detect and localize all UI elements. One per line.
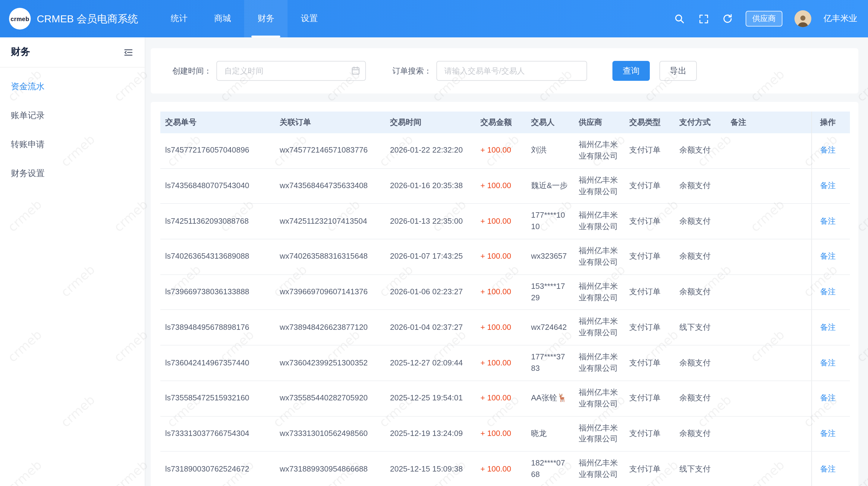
cell-time: 2026-01-22 22:32:20 <box>385 133 475 168</box>
cell-actions: 备注 <box>811 310 850 345</box>
col-pay-method: 支付方式 <box>675 112 726 133</box>
cell-supplier: 福州亿丰米业有限公司 <box>574 451 624 486</box>
app-title: CRMEB 会员电商系统 <box>37 12 138 26</box>
transactions-table-card: 交易单号 关联订单 交易时间 交易金额 交易人 供应商 交易类型 支付方式 备注… <box>151 102 858 486</box>
cell-remark <box>726 204 811 239</box>
search-icon[interactable] <box>673 13 685 25</box>
top-nav-item-mall[interactable]: 商城 <box>201 0 244 37</box>
remark-link[interactable]: 备注 <box>820 464 836 473</box>
sidebar-item-transfer-request[interactable]: 转账申请 <box>0 130 145 159</box>
table-row: ls739669738036133888 wx73966970960714137… <box>160 275 850 310</box>
cell-time: 2025-12-15 15:09:38 <box>385 451 475 486</box>
sidebar-item-capital-flow[interactable]: 资金流水 <box>0 72 145 101</box>
cell-type: 支付订单 <box>624 451 675 486</box>
refresh-icon[interactable] <box>721 13 734 25</box>
cell-trader: 177****1010 <box>526 204 574 239</box>
cell-related-order: wx743568464735633408 <box>275 168 385 204</box>
menu-fold-icon[interactable] <box>123 47 134 58</box>
cell-remark <box>726 133 811 168</box>
cell-actions: 备注 <box>811 381 850 416</box>
col-type: 交易类型 <box>624 112 675 133</box>
top-nav-item-settings[interactable]: 设置 <box>287 0 331 37</box>
cell-actions: 备注 <box>811 133 850 168</box>
cell-actions: 备注 <box>811 204 850 239</box>
cell-pay-method: 余额支付 <box>675 381 726 416</box>
remark-link[interactable]: 备注 <box>820 287 836 296</box>
col-order-no: 交易单号 <box>160 112 275 133</box>
cell-type: 支付订单 <box>624 416 675 451</box>
cell-remark <box>726 381 811 416</box>
cell-supplier: 福州亿丰米业有限公司 <box>574 204 624 239</box>
cell-pay-method: 余额支付 <box>675 204 726 239</box>
cell-related-order: wx739669709607141376 <box>275 275 385 310</box>
app-logo: crmeb <box>9 8 31 30</box>
username[interactable]: 亿丰米业 <box>824 13 857 24</box>
remark-link[interactable]: 备注 <box>820 146 836 155</box>
cell-amount: + 100.00 <box>475 310 526 345</box>
cell-actions: 备注 <box>811 451 850 486</box>
remark-link[interactable]: 备注 <box>820 393 836 402</box>
remark-link[interactable]: 备注 <box>820 252 836 261</box>
cell-time: 2026-01-06 02:23:27 <box>385 275 475 310</box>
table-row: ls733313037766754304 wx73331301056249856… <box>160 416 850 451</box>
cell-amount: + 100.00 <box>475 133 526 168</box>
cell-trader: 177****3783 <box>526 345 574 381</box>
cell-trader: wx724642 <box>526 310 574 345</box>
cell-order-no: ls731890030762524672 <box>160 451 275 486</box>
cell-amount: + 100.00 <box>475 345 526 381</box>
col-remark: 备注 <box>726 112 811 133</box>
header-right: 供应商 亿丰米业 <box>673 10 868 27</box>
cell-remark <box>726 310 811 345</box>
export-button[interactable]: 导出 <box>659 61 697 81</box>
cell-remark <box>726 416 811 451</box>
remark-link[interactable]: 备注 <box>820 358 836 367</box>
table-row: ls740263654313689088 wx74026358831631564… <box>160 239 850 274</box>
order-search-input[interactable] <box>436 61 587 81</box>
cell-time: 2025-12-19 13:24:09 <box>385 416 475 451</box>
table-body: ls745772176057040896 wx74577214657108377… <box>160 133 850 486</box>
create-time-date-input[interactable] <box>216 61 366 81</box>
cell-related-order: wx735585440282705920 <box>275 381 385 416</box>
sidebar-item-finance-settings[interactable]: 财务设置 <box>0 159 145 188</box>
cell-order-no: ls745772176057040896 <box>160 133 275 168</box>
col-actions: 操作 <box>811 112 850 133</box>
sidebar: 财务 资金流水 账单记录 转账申请 财务设置 <box>0 37 145 486</box>
remark-link[interactable]: 备注 <box>820 323 836 332</box>
remark-link[interactable]: 备注 <box>820 429 836 438</box>
cell-order-no: ls738948495678898176 <box>160 310 275 345</box>
supplier-role-badge[interactable]: 供应商 <box>746 11 782 27</box>
table-row: ls742511362093088768 wx74251123210741350… <box>160 204 850 239</box>
cell-actions: 备注 <box>811 416 850 451</box>
cell-remark <box>726 168 811 204</box>
cell-type: 支付订单 <box>624 381 675 416</box>
query-button[interactable]: 查询 <box>613 61 650 81</box>
table-header-row: 交易单号 关联订单 交易时间 交易金额 交易人 供应商 交易类型 支付方式 备注… <box>160 112 850 133</box>
cell-pay-method: 余额支付 <box>675 133 726 168</box>
cell-trader: 魏近&一步 <box>526 168 574 204</box>
cell-type: 支付订单 <box>624 345 675 381</box>
col-supplier: 供应商 <box>574 112 624 133</box>
cell-order-no: ls736042414967357440 <box>160 345 275 381</box>
fullscreen-icon[interactable] <box>698 13 710 25</box>
table-row: ls738948495678898176 wx73894842662387712… <box>160 310 850 345</box>
cell-type: 支付订单 <box>624 204 675 239</box>
cell-amount: + 100.00 <box>475 416 526 451</box>
cell-related-order: wx742511232107413504 <box>275 204 385 239</box>
table-row: ls743568480707543040 wx74356846473563340… <box>160 168 850 204</box>
cell-time: 2026-01-13 22:35:00 <box>385 204 475 239</box>
order-search-label: 订单搜索： <box>393 65 432 76</box>
cell-type: 支付订单 <box>624 133 675 168</box>
cell-supplier: 福州亿丰米业有限公司 <box>574 416 624 451</box>
remark-link[interactable]: 备注 <box>820 216 836 225</box>
avatar[interactable] <box>795 10 811 27</box>
sidebar-head: 财务 <box>0 37 145 67</box>
cell-pay-method: 余额支付 <box>675 416 726 451</box>
cell-time: 2026-01-16 20:35:38 <box>385 168 475 204</box>
top-nav-item-finance[interactable]: 财务 <box>244 0 287 37</box>
sidebar-item-bill-records[interactable]: 账单记录 <box>0 101 145 130</box>
cell-supplier: 福州亿丰米业有限公司 <box>574 345 624 381</box>
top-nav-item-stats[interactable]: 统计 <box>157 0 201 37</box>
remark-link[interactable]: 备注 <box>820 181 836 190</box>
cell-amount: + 100.00 <box>475 168 526 204</box>
cell-order-no: ls740263654313689088 <box>160 239 275 274</box>
